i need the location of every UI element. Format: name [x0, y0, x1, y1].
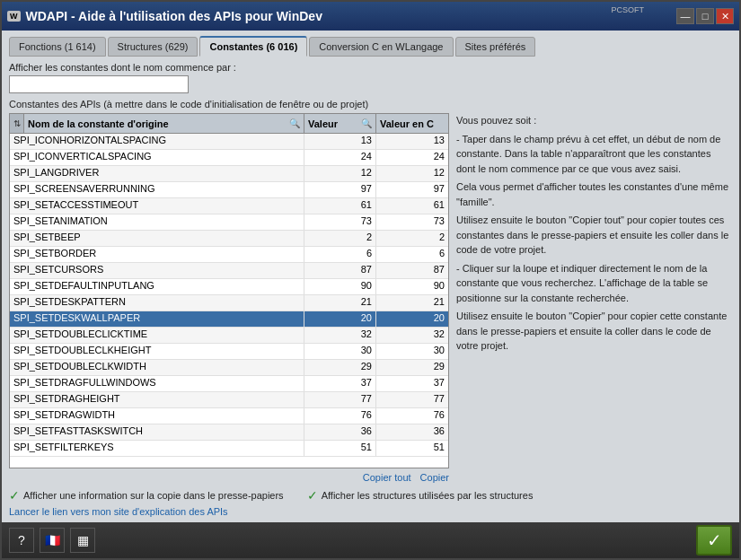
table-row[interactable]: SPI_SETDOUBLECLICKTIME 32 32 — [10, 328, 448, 344]
tab-constantes[interactable]: Constantes (6 016) — [199, 36, 307, 57]
row-valuec: 73 — [376, 214, 448, 230]
row-valuec: 20 — [376, 311, 448, 327]
close-button[interactable]: ✕ — [716, 8, 734, 24]
search-bar: Afficher les constantes dont le nom comm… — [9, 62, 732, 93]
row-valuec: 24 — [376, 150, 448, 165]
row-name: SPI_SETFASTTASKSWITCH — [10, 424, 304, 440]
row-valuec: 21 — [376, 295, 448, 311]
row-value: 13 — [304, 134, 376, 149]
tab-structures[interactable]: Structures (629) — [108, 37, 198, 57]
row-name: SPI_LANGDRIVER — [10, 166, 304, 181]
checkmark-show-structures: ✓ — [307, 488, 318, 503]
table-row[interactable]: SPI_SETDEFAULTINPUTLANG 90 90 — [10, 279, 448, 295]
copy-button[interactable]: Copier — [420, 472, 449, 483]
row-valuec: 76 — [376, 408, 448, 424]
row-valuec: 6 — [376, 247, 448, 262]
row-value: 36 — [304, 424, 376, 440]
app-logo: W — [7, 11, 21, 22]
copy-all-button[interactable]: Copier tout — [363, 472, 411, 483]
row-valuec: 90 — [376, 279, 448, 294]
table-row[interactable]: SPI_SETCURSORS 87 87 — [10, 263, 448, 279]
tab-sites[interactable]: Sites préférés — [455, 37, 536, 57]
row-valuec: 2 — [376, 231, 448, 246]
tab-fonctions[interactable]: Fonctions (1 614) — [9, 37, 106, 57]
app-icon[interactable]: ▦ — [70, 528, 95, 553]
checkbox-show-info[interactable]: ✓ Afficher une information sur la copie … — [9, 488, 284, 503]
info-text: Cela vous permet d'afficher toutes les c… — [456, 179, 732, 209]
row-value: 61 — [304, 198, 376, 214]
site-link[interactable]: Lancer le lien vers mon site d'explicati… — [9, 506, 732, 517]
table-row[interactable]: SPI_SETDOUBLECLKWIDTH 29 29 — [10, 360, 448, 376]
table-row[interactable]: SPI_SETDESKWALLPAPER 20 20 — [10, 311, 448, 328]
sort-icon[interactable]: ⇅ — [10, 114, 24, 133]
row-name: SPI_SETACCESSTIMEOUT — [10, 198, 304, 214]
row-valuec: 36 — [376, 424, 448, 440]
column-header-name: Nom de la constante d'origine 🔍 — [24, 114, 304, 133]
info-panel: Vous pouvez soit :- Taper dans le champ … — [456, 113, 732, 468]
table-row[interactable]: SPI_ICONHORIZONTALSPACING 13 13 — [10, 134, 448, 150]
row-name: SPI_SETCURSORS — [10, 263, 304, 278]
maximize-button[interactable]: □ — [696, 8, 714, 24]
ok-checkmark: ✓ — [707, 529, 722, 551]
row-value: 29 — [304, 360, 376, 375]
checkmark-show-info: ✓ — [9, 488, 20, 503]
info-text: Utilisez ensuite le bouton "Copier" pour… — [456, 309, 732, 354]
row-value: 6 — [304, 247, 376, 262]
column-header-value: Valeur 🔍 — [304, 114, 376, 133]
table-row[interactable]: SPI_ICONVERTICALSPACING 24 24 — [10, 150, 448, 166]
search-label: Afficher les constantes dont le nom comm… — [9, 62, 732, 73]
checkbox-row: ✓ Afficher une information sur la copie … — [9, 488, 732, 503]
row-valuec: 37 — [376, 376, 448, 391]
info-text: Utilisez ensuite le bouton "Copier tout"… — [456, 213, 732, 258]
table-body[interactable]: SPI_ICONHORIZONTALSPACING 13 13 SPI_ICON… — [10, 134, 448, 468]
table-row[interactable]: SPI_SCREENSAVERRUNNING 97 97 — [10, 182, 448, 198]
row-name: SPI_SETDRAGHEIGHT — [10, 392, 304, 407]
row-value: 24 — [304, 150, 376, 165]
table-row[interactable]: SPI_SETFILTERKEYS 51 51 — [10, 441, 448, 457]
row-name: SPI_SETDEFAULTINPUTLANG — [10, 279, 304, 294]
ok-button[interactable]: ✓ — [696, 525, 732, 556]
row-name: SPI_ICONHORIZONTALSPACING — [10, 134, 304, 149]
row-value: 20 — [304, 311, 376, 327]
row-value: 30 — [304, 344, 376, 359]
buttons-row: Copier tout Copier — [9, 472, 449, 483]
table-row[interactable]: SPI_SETDESKPATTERN 21 21 — [10, 295, 448, 311]
brand-label: PCSOFT — [611, 5, 644, 14]
search-input[interactable] — [9, 75, 189, 93]
row-name: SPI_SETDRAGFULLWINDOWS — [10, 376, 304, 391]
info-text: - Cliquer sur la loupe et indiquer direc… — [456, 261, 732, 306]
checkbox-show-structures[interactable]: ✓ Afficher les structures utilisées par … — [307, 488, 534, 503]
table-row[interactable]: SPI_SETANIMATION 73 73 — [10, 214, 448, 231]
row-valuec: 12 — [376, 166, 448, 181]
row-name: SPI_SETFILTERKEYS — [10, 441, 304, 456]
row-valuec: 87 — [376, 263, 448, 278]
title-bar: W WDAPI - Aide à l'utilisation des APIs … — [2, 2, 739, 31]
row-valuec: 61 — [376, 198, 448, 214]
table-row[interactable]: SPI_SETDRAGHEIGHT 77 77 — [10, 392, 448, 408]
value-search-icon[interactable]: 🔍 — [361, 118, 372, 128]
content-split: ⇅ Nom de la constante d'origine 🔍 Valeur… — [9, 113, 732, 468]
row-name: SPI_ICONVERTICALSPACING — [10, 150, 304, 165]
info-text: - Taper dans le champ prévu à cet effet,… — [456, 132, 732, 177]
row-name: SPI_SETANIMATION — [10, 214, 304, 230]
flag-icon[interactable]: 🇫🇷 — [40, 528, 65, 553]
table-row[interactable]: SPI_SETDRAGFULLWINDOWS 37 37 — [10, 376, 448, 392]
table-row[interactable]: SPI_SETDOUBLECLKHEIGHT 30 30 — [10, 344, 448, 360]
table-row[interactable]: SPI_SETBORDER 6 6 — [10, 247, 448, 263]
table-row[interactable]: SPI_SETACCESSTIMEOUT 61 61 — [10, 198, 448, 214]
table-row[interactable]: SPI_SETFASTTASKSWITCH 36 36 — [10, 424, 448, 441]
table-row[interactable]: SPI_SETBEEP 2 2 — [10, 231, 448, 247]
minimize-button[interactable]: — — [676, 8, 694, 24]
name-search-icon[interactable]: 🔍 — [289, 118, 300, 128]
main-window: W WDAPI - Aide à l'utilisation des APIs … — [0, 0, 741, 560]
table-row[interactable]: SPI_LANGDRIVER 12 12 — [10, 166, 448, 182]
tab-conversion[interactable]: Conversion C en WLangage — [309, 37, 453, 57]
row-value: 2 — [304, 231, 376, 246]
taskbar: ? 🇫🇷 ▦ ✓ — [2, 522, 739, 558]
checkbox-show-structures-label: Afficher les structures utilisées par le… — [322, 490, 534, 501]
section-label: Constantes des APIs (à mettre dans le co… — [9, 99, 732, 109]
help-button[interactable]: ? — [9, 528, 34, 553]
row-name: SPI_SCREENSAVERRUNNING — [10, 182, 304, 197]
table-row[interactable]: SPI_SETDRAGWIDTH 76 76 — [10, 408, 448, 424]
info-text: Vous pouvez soit : — [456, 113, 732, 128]
